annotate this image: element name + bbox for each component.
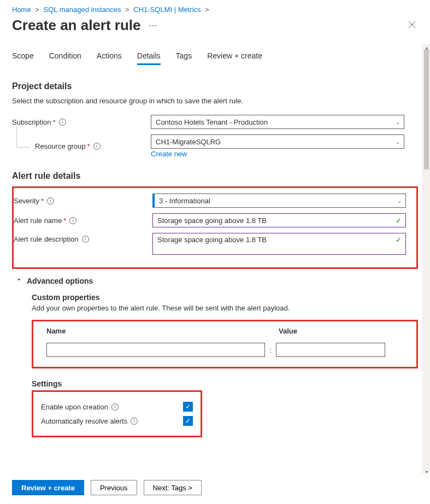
props-column-name: Name — [46, 327, 279, 335]
main-content: Scope Condition Actions Details Tags Rev… — [0, 44, 430, 442]
auto-resolve-checkbox[interactable]: ✓ — [183, 416, 193, 426]
scrollbar[interactable]: ▴ ▾ — [422, 44, 430, 476]
severity-row: Severity * i ⌄ — [14, 194, 412, 208]
close-icon — [408, 21, 416, 28]
chevron-up-icon: ⌃ — [16, 278, 21, 285]
enable-upon-creation-checkbox[interactable]: ✓ — [183, 402, 193, 412]
alert-rule-name-row: Alert rule name * i ✓ — [14, 213, 412, 227]
severity-label: Severity — [14, 197, 39, 205]
close-button[interactable] — [406, 17, 418, 33]
tab-actions[interactable]: Actions — [97, 51, 122, 65]
settings-title: Settings — [32, 379, 418, 388]
auto-resolve-row: Automatically resolve alerts i ✓ — [41, 416, 193, 426]
project-details-desc: Select the subscription and resource gro… — [12, 97, 418, 105]
severity-select[interactable] — [152, 194, 406, 208]
custom-properties-title: Custom properties — [32, 293, 418, 302]
alert-rule-details-title: Alert rule details — [12, 171, 418, 181]
alert-rule-name-label: Alert rule name — [14, 216, 62, 225]
colon-separator: : — [269, 346, 272, 354]
alert-details-highlight: Severity * i ⌄ Alert rule name * i ✓ Ale — [12, 186, 418, 269]
custom-property-name-input[interactable] — [46, 343, 265, 357]
info-icon[interactable]: i — [111, 403, 119, 411]
check-icon: ✓ — [396, 216, 402, 225]
required-indicator: * — [63, 216, 66, 225]
info-icon[interactable]: i — [59, 119, 66, 126]
previous-button[interactable]: Previous — [91, 480, 137, 495]
tabs: Scope Condition Actions Details Tags Rev… — [12, 44, 418, 65]
info-icon[interactable]: i — [82, 236, 89, 243]
breadcrumb-sql-managed-instances[interactable]: SQL managed instances — [44, 5, 121, 14]
more-actions-icon[interactable]: ⋯ — [149, 20, 157, 31]
resource-group-label: Resource group — [35, 142, 86, 150]
breadcrumb-metrics[interactable]: CH1-SQLMI | Metrics — [133, 5, 201, 14]
info-icon[interactable]: i — [47, 197, 54, 204]
project-details-title: Project details — [12, 81, 418, 91]
subscription-label: Subscription — [12, 118, 51, 126]
breadcrumb-home[interactable]: Home — [12, 5, 31, 14]
props-column-value: Value — [279, 327, 297, 335]
advanced-options-toggle[interactable]: ⌃ Advanced options — [16, 277, 418, 285]
enable-upon-creation-row: Enable upon creation i ✓ — [41, 402, 193, 412]
chevron-right-icon: > — [35, 5, 39, 14]
next-button[interactable]: Next: Tags > — [144, 480, 202, 495]
required-indicator: * — [41, 197, 44, 205]
settings-highlight: Enable upon creation i ✓ Automatically r… — [32, 390, 202, 437]
alert-rule-description-row: Alert rule description i Storage space g… — [14, 233, 412, 256]
indent-line — [16, 127, 30, 148]
page-title: Create an alert rule — [12, 17, 141, 34]
tab-details[interactable]: Details — [137, 51, 161, 65]
custom-properties-highlight: Name Value : — [32, 320, 418, 368]
footer: Review + create Previous Next: Tags > — [0, 473, 430, 504]
resource-group-select[interactable] — [151, 134, 404, 149]
info-icon[interactable]: i — [69, 217, 76, 224]
resource-group-row: Resource group * i ⌄ Create new — [12, 134, 418, 158]
info-icon[interactable]: i — [93, 143, 101, 150]
alert-rule-name-input[interactable] — [152, 213, 406, 227]
tab-condition[interactable]: Condition — [49, 51, 81, 65]
tab-review-create[interactable]: Review + create — [207, 51, 262, 65]
create-new-link[interactable]: Create new — [151, 150, 187, 158]
chevron-right-icon: > — [125, 5, 129, 14]
chevron-right-icon: > — [205, 5, 209, 14]
advanced-options-body: Custom properties Add your own propertie… — [12, 293, 418, 437]
info-icon[interactable]: i — [131, 418, 138, 425]
tab-scope[interactable]: Scope — [12, 51, 34, 65]
subscription-row: Subscription * i ⌄ — [12, 115, 418, 129]
advanced-options-label: Advanced options — [27, 277, 93, 285]
required-indicator: * — [53, 118, 56, 126]
check-icon: ✓ — [396, 236, 402, 244]
breadcrumb: Home > SQL managed instances > CH1-SQLMI… — [0, 0, 430, 14]
review-create-button[interactable]: Review + create — [12, 480, 84, 495]
auto-resolve-label: Automatically resolve alerts — [41, 417, 127, 425]
tab-tags[interactable]: Tags — [176, 51, 192, 65]
custom-properties-desc: Add your own properties to the alert rul… — [32, 304, 418, 312]
scrollbar-thumb[interactable] — [424, 49, 429, 169]
required-indicator: * — [87, 142, 90, 150]
alert-rule-description-label: Alert rule description — [14, 235, 79, 243]
subscription-select[interactable] — [151, 115, 404, 129]
enable-upon-creation-label: Enable upon creation — [41, 403, 108, 411]
custom-property-value-input[interactable] — [276, 343, 385, 357]
alert-rule-description-input[interactable]: Storage space going above 1.8 TB — [152, 233, 406, 255]
custom-property-row: : — [46, 343, 403, 357]
page-header: Create an alert rule ⋯ — [0, 14, 430, 44]
